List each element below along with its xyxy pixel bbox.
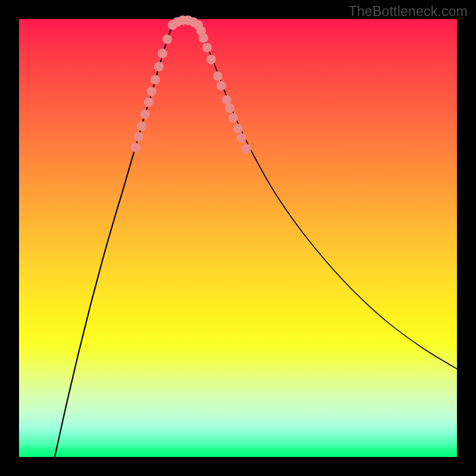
data-point-dot xyxy=(242,144,251,154)
data-point-dot xyxy=(140,109,150,119)
data-point-dot xyxy=(228,113,238,123)
dots-left-group xyxy=(131,35,172,152)
plot-area xyxy=(19,19,457,457)
data-point-dot xyxy=(206,55,216,64)
dots-trough-group xyxy=(168,15,203,30)
right-branch-curve xyxy=(198,24,457,369)
data-point-dot xyxy=(131,143,140,152)
left-branch-curve xyxy=(55,24,174,457)
attribution-label: TheBottleneck.com xyxy=(349,4,468,20)
data-point-dot xyxy=(237,133,246,143)
data-point-dot xyxy=(213,71,223,81)
data-point-dot xyxy=(134,132,143,142)
data-point-dot xyxy=(202,43,212,52)
data-point-dot xyxy=(137,121,146,131)
chart-frame: TheBottleneck.com xyxy=(0,0,476,476)
data-point-dot xyxy=(147,87,156,96)
curve-group xyxy=(55,20,457,457)
data-point-dot xyxy=(144,98,154,107)
data-point-dot xyxy=(162,35,172,44)
data-point-dot xyxy=(154,62,164,71)
data-point-dot xyxy=(233,124,243,133)
data-point-dot xyxy=(158,49,167,58)
chart-svg xyxy=(19,19,457,457)
data-point-dot xyxy=(151,75,160,84)
data-point-dot xyxy=(199,33,208,43)
data-point-dot xyxy=(225,104,234,113)
data-point-dot xyxy=(222,95,231,105)
data-point-dot xyxy=(217,81,226,90)
